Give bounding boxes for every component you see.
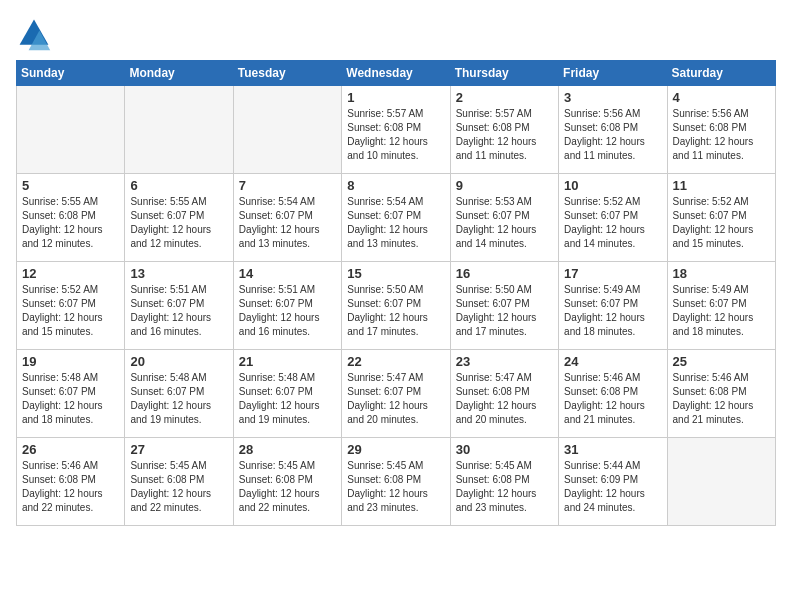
col-header-monday: Monday (125, 61, 233, 86)
col-header-sunday: Sunday (17, 61, 125, 86)
cell-info: Sunrise: 5:48 AMSunset: 6:07 PMDaylight:… (239, 371, 336, 427)
sunrise-info: Sunrise: 5:44 AM (564, 459, 661, 473)
cell-info: Sunrise: 5:45 AMSunset: 6:08 PMDaylight:… (456, 459, 553, 515)
cell-info: Sunrise: 5:47 AMSunset: 6:07 PMDaylight:… (347, 371, 444, 427)
daylight-hours: Daylight: 12 hours and 10 minutes. (347, 135, 444, 163)
daylight-hours: Daylight: 12 hours and 14 minutes. (564, 223, 661, 251)
daylight-hours: Daylight: 12 hours and 20 minutes. (456, 399, 553, 427)
sunrise-info: Sunrise: 5:46 AM (673, 371, 770, 385)
sunrise-info: Sunrise: 5:50 AM (347, 283, 444, 297)
daylight-hours: Daylight: 12 hours and 16 minutes. (130, 311, 227, 339)
cell-info: Sunrise: 5:48 AMSunset: 6:07 PMDaylight:… (22, 371, 119, 427)
daylight-hours: Daylight: 12 hours and 15 minutes. (673, 223, 770, 251)
daylight-hours: Daylight: 12 hours and 13 minutes. (239, 223, 336, 251)
cell-info: Sunrise: 5:50 AMSunset: 6:07 PMDaylight:… (456, 283, 553, 339)
daylight-hours: Daylight: 12 hours and 21 minutes. (564, 399, 661, 427)
sunset-info: Sunset: 6:08 PM (456, 385, 553, 399)
sunrise-info: Sunrise: 5:51 AM (130, 283, 227, 297)
calendar-cell: 7Sunrise: 5:54 AMSunset: 6:07 PMDaylight… (233, 174, 341, 262)
sunset-info: Sunset: 6:08 PM (239, 473, 336, 487)
header-row: SundayMondayTuesdayWednesdayThursdayFrid… (17, 61, 776, 86)
day-number: 4 (673, 90, 770, 105)
sunrise-info: Sunrise: 5:48 AM (130, 371, 227, 385)
cell-info: Sunrise: 5:45 AMSunset: 6:08 PMDaylight:… (239, 459, 336, 515)
daylight-hours: Daylight: 12 hours and 20 minutes. (347, 399, 444, 427)
day-number: 30 (456, 442, 553, 457)
cell-info: Sunrise: 5:47 AMSunset: 6:08 PMDaylight:… (456, 371, 553, 427)
sunset-info: Sunset: 6:08 PM (22, 209, 119, 223)
calendar-cell: 21Sunrise: 5:48 AMSunset: 6:07 PMDayligh… (233, 350, 341, 438)
daylight-hours: Daylight: 12 hours and 14 minutes. (456, 223, 553, 251)
cell-info: Sunrise: 5:51 AMSunset: 6:07 PMDaylight:… (130, 283, 227, 339)
day-number: 1 (347, 90, 444, 105)
cell-info: Sunrise: 5:45 AMSunset: 6:08 PMDaylight:… (347, 459, 444, 515)
calendar-cell: 17Sunrise: 5:49 AMSunset: 6:07 PMDayligh… (559, 262, 667, 350)
daylight-hours: Daylight: 12 hours and 18 minutes. (22, 399, 119, 427)
sunrise-info: Sunrise: 5:55 AM (22, 195, 119, 209)
daylight-hours: Daylight: 12 hours and 23 minutes. (347, 487, 444, 515)
daylight-hours: Daylight: 12 hours and 13 minutes. (347, 223, 444, 251)
calendar-cell: 25Sunrise: 5:46 AMSunset: 6:08 PMDayligh… (667, 350, 775, 438)
cell-info: Sunrise: 5:55 AMSunset: 6:08 PMDaylight:… (22, 195, 119, 251)
cell-info: Sunrise: 5:49 AMSunset: 6:07 PMDaylight:… (564, 283, 661, 339)
calendar-cell: 6Sunrise: 5:55 AMSunset: 6:07 PMDaylight… (125, 174, 233, 262)
daylight-hours: Daylight: 12 hours and 15 minutes. (22, 311, 119, 339)
calendar-cell: 24Sunrise: 5:46 AMSunset: 6:08 PMDayligh… (559, 350, 667, 438)
day-number: 31 (564, 442, 661, 457)
calendar-table: SundayMondayTuesdayWednesdayThursdayFrid… (16, 60, 776, 526)
daylight-hours: Daylight: 12 hours and 11 minutes. (564, 135, 661, 163)
sunrise-info: Sunrise: 5:54 AM (347, 195, 444, 209)
week-row-1: 1Sunrise: 5:57 AMSunset: 6:08 PMDaylight… (17, 86, 776, 174)
day-number: 3 (564, 90, 661, 105)
cell-info: Sunrise: 5:52 AMSunset: 6:07 PMDaylight:… (564, 195, 661, 251)
day-number: 19 (22, 354, 119, 369)
calendar-cell: 20Sunrise: 5:48 AMSunset: 6:07 PMDayligh… (125, 350, 233, 438)
day-number: 6 (130, 178, 227, 193)
day-number: 27 (130, 442, 227, 457)
sunrise-info: Sunrise: 5:55 AM (130, 195, 227, 209)
col-header-friday: Friday (559, 61, 667, 86)
cell-info: Sunrise: 5:50 AMSunset: 6:07 PMDaylight:… (347, 283, 444, 339)
calendar-cell: 22Sunrise: 5:47 AMSunset: 6:07 PMDayligh… (342, 350, 450, 438)
sunrise-info: Sunrise: 5:53 AM (456, 195, 553, 209)
sunrise-info: Sunrise: 5:52 AM (673, 195, 770, 209)
calendar-cell: 1Sunrise: 5:57 AMSunset: 6:08 PMDaylight… (342, 86, 450, 174)
day-number: 25 (673, 354, 770, 369)
daylight-hours: Daylight: 12 hours and 16 minutes. (239, 311, 336, 339)
cell-info: Sunrise: 5:48 AMSunset: 6:07 PMDaylight:… (130, 371, 227, 427)
week-row-5: 26Sunrise: 5:46 AMSunset: 6:08 PMDayligh… (17, 438, 776, 526)
sunset-info: Sunset: 6:07 PM (564, 297, 661, 311)
cell-info: Sunrise: 5:52 AMSunset: 6:07 PMDaylight:… (673, 195, 770, 251)
sunset-info: Sunset: 6:07 PM (564, 209, 661, 223)
daylight-hours: Daylight: 12 hours and 12 minutes. (130, 223, 227, 251)
sunset-info: Sunset: 6:07 PM (347, 297, 444, 311)
sunset-info: Sunset: 6:07 PM (22, 297, 119, 311)
sunrise-info: Sunrise: 5:46 AM (22, 459, 119, 473)
daylight-hours: Daylight: 12 hours and 22 minutes. (22, 487, 119, 515)
cell-info: Sunrise: 5:54 AMSunset: 6:07 PMDaylight:… (347, 195, 444, 251)
sunset-info: Sunset: 6:07 PM (673, 297, 770, 311)
day-number: 12 (22, 266, 119, 281)
daylight-hours: Daylight: 12 hours and 24 minutes. (564, 487, 661, 515)
day-number: 29 (347, 442, 444, 457)
day-number: 15 (347, 266, 444, 281)
daylight-hours: Daylight: 12 hours and 18 minutes. (673, 311, 770, 339)
day-number: 26 (22, 442, 119, 457)
sunset-info: Sunset: 6:07 PM (456, 297, 553, 311)
daylight-hours: Daylight: 12 hours and 19 minutes. (130, 399, 227, 427)
sunset-info: Sunset: 6:07 PM (239, 209, 336, 223)
calendar-cell: 19Sunrise: 5:48 AMSunset: 6:07 PMDayligh… (17, 350, 125, 438)
logo-icon (16, 16, 52, 52)
calendar-cell (667, 438, 775, 526)
day-number: 21 (239, 354, 336, 369)
sunset-info: Sunset: 6:07 PM (130, 297, 227, 311)
day-number: 13 (130, 266, 227, 281)
sunset-info: Sunset: 6:08 PM (347, 121, 444, 135)
calendar-cell: 18Sunrise: 5:49 AMSunset: 6:07 PMDayligh… (667, 262, 775, 350)
sunrise-info: Sunrise: 5:48 AM (22, 371, 119, 385)
sunrise-info: Sunrise: 5:52 AM (564, 195, 661, 209)
calendar-cell: 14Sunrise: 5:51 AMSunset: 6:07 PMDayligh… (233, 262, 341, 350)
sunrise-info: Sunrise: 5:45 AM (239, 459, 336, 473)
daylight-hours: Daylight: 12 hours and 21 minutes. (673, 399, 770, 427)
calendar-cell: 12Sunrise: 5:52 AMSunset: 6:07 PMDayligh… (17, 262, 125, 350)
